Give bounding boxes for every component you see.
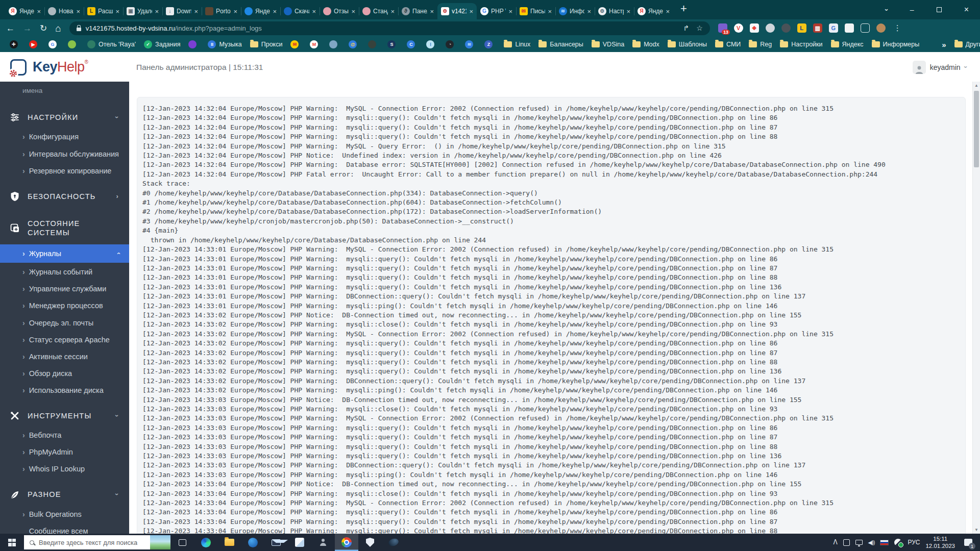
tools-icon[interactable]: › ИНСТРУМЕНТЫ ›	[0, 405, 129, 427]
restore-button[interactable]	[937, 7, 942, 12]
device-frame-icon[interactable]	[861, 23, 870, 33]
taskbar-clock[interactable]: 15:11 12.01.2023	[925, 535, 955, 550]
chart-extension-icon[interactable]: ▥	[813, 23, 822, 33]
folder-icon[interactable]: Reg	[745, 39, 775, 49]
disk-favicon[interactable]: Скача ×	[280, 3, 320, 19]
gmail-icon[interactable]: M	[306, 39, 325, 50]
adguard-shield-icon[interactable]: V	[734, 23, 743, 33]
sliders-icon[interactable]: › НАСТРОЙКИ ›	[0, 107, 129, 129]
close-button[interactable]: ×	[964, 5, 969, 14]
mail-favicon[interactable]: ✉ Письм ×	[516, 3, 555, 19]
tab-close-icon[interactable]: ×	[508, 8, 512, 15]
sidebar-item[interactable]: › Сообщение всем пользователям ›	[0, 522, 129, 534]
l-extension-icon[interactable]: L	[797, 23, 806, 33]
search-widget-image[interactable]	[150, 535, 170, 549]
mail-button[interactable]	[264, 534, 288, 551]
folder-icon[interactable]: VDSina	[588, 39, 628, 49]
tab-close-icon[interactable]: ×	[666, 8, 670, 15]
share-icon[interactable]: ↱	[683, 24, 689, 32]
ru-flag-icon[interactable]	[880, 540, 889, 545]
sidebar-item[interactable]: › Whois IP Lookup ›	[0, 461, 129, 478]
extension-icon[interactable]	[876, 23, 886, 33]
sidebar-item[interactable]: › PhpMyAdmin ›	[0, 444, 129, 461]
sidebar-item[interactable]: › Управление службами ›	[0, 281, 129, 297]
hotel-site-icon[interactable]: Отель 'Raya'	[84, 39, 139, 50]
keyhelp-logo[interactable]: KeyHelp®	[0, 58, 129, 77]
keyhelp-favicon[interactable]: ⚙ v1421 ×	[437, 3, 477, 19]
s-circle-icon[interactable]: S	[384, 39, 402, 50]
folder-icon[interactable]: СМИ	[712, 39, 744, 49]
planet-icon[interactable]	[185, 39, 203, 50]
feather-icon[interactable]: › РАЗНОЕ ›	[0, 484, 129, 506]
database-favicon[interactable]: ≋ Инфо ×	[555, 3, 595, 19]
chameleon-icon[interactable]	[64, 39, 83, 50]
folder-icon[interactable]: Настройки	[776, 39, 826, 49]
address-bar[interactable]: v1421675.hosted-by-vdsina.ru/index.php?p…	[69, 21, 710, 35]
folder-icon[interactable]: Modx	[629, 39, 663, 49]
sidebar-item[interactable]: › Активные сессии ›	[0, 348, 129, 365]
power-icon[interactable]: ⏽	[423, 39, 441, 50]
standard-favicon[interactable]: Станд ×	[359, 3, 398, 19]
dark-leaf-icon[interactable]	[364, 39, 383, 50]
file-explorer-button[interactable]	[217, 534, 241, 551]
tab-close-icon[interactable]: ×	[273, 8, 277, 15]
scroll-down-icon[interactable]: ▼	[973, 526, 980, 534]
sidebar-item[interactable]: › Менеджер процессов ›	[0, 297, 129, 314]
language-indicator[interactable]: РУС	[908, 539, 920, 546]
edge-button[interactable]	[194, 534, 217, 551]
porto-favicon[interactable]: Porto ×	[202, 3, 241, 19]
c-square-icon[interactable]: C	[403, 39, 422, 50]
sphere-extension-icon[interactable]	[781, 23, 791, 33]
camera-extension-icon[interactable]	[766, 23, 775, 33]
tasks-icon[interactable]: ✓ Задания	[140, 39, 184, 50]
yandex-favicon[interactable]: Я Яндек ×	[634, 3, 673, 19]
panel-favicon[interactable]: ϑ Панел ×	[398, 3, 437, 19]
tab-close-icon[interactable]: ×	[587, 8, 591, 15]
shield-icon[interactable]: › БЕЗОПАСНОСТЬ ›	[0, 185, 129, 207]
sidebar-item[interactable]: › Очередь эл. почты ›	[0, 314, 129, 331]
forward-icon[interactable]: →	[23, 24, 32, 33]
notification-center-button[interactable]: 1	[961, 534, 976, 551]
bookmark-star-icon[interactable]: ☆	[696, 24, 703, 32]
home-icon[interactable]: ⌂	[55, 23, 61, 33]
folder-icon[interactable]: Linux	[500, 39, 534, 49]
extension-favicon[interactable]: L Расши ×	[84, 3, 123, 19]
task-view-button[interactable]	[170, 534, 194, 551]
tab-close-icon[interactable]: ×	[626, 8, 630, 15]
globe-icon[interactable]	[326, 39, 344, 50]
system-icon[interactable]: › СОСТОЯНИЕ СИСТЕМЫ ›	[0, 213, 129, 243]
scroll-up-icon[interactable]: ▲	[973, 82, 980, 89]
tray-chevron-up-icon[interactable]: ᐱ	[833, 539, 837, 546]
sidebar-item[interactable]: › Использование диска ›	[0, 382, 129, 399]
tab-close-icon[interactable]: ×	[351, 8, 355, 15]
reload-icon[interactable]: ↻	[40, 24, 47, 33]
tab-close-icon[interactable]: ×	[155, 8, 159, 15]
yandex-favicon[interactable]: Я Яндек ×	[5, 3, 44, 19]
tab-close-icon[interactable]: ×	[312, 8, 316, 15]
page-scrollbar[interactable]: ▲ ▼	[972, 82, 980, 534]
photos-button[interactable]	[288, 534, 311, 551]
tab-close-icon[interactable]: ×	[390, 8, 395, 15]
reviews-favicon[interactable]: Отзыв ×	[320, 3, 359, 19]
tab-close-icon[interactable]: ×	[37, 8, 41, 15]
browser-button[interactable]	[241, 534, 264, 551]
scrollbar-thumb[interactable]	[974, 91, 979, 167]
user-menu[interactable]: keyadmin ›	[913, 61, 967, 74]
youtube-icon[interactable]: ▶	[26, 39, 44, 50]
back-icon[interactable]: ←	[6, 24, 15, 33]
folder-icon[interactable]: Балансеры	[535, 39, 586, 49]
sidebar-item[interactable]: › Журналы событий ›	[0, 264, 129, 281]
folder-icon[interactable]: Шаблоны	[664, 39, 710, 49]
chevron-double-icon[interactable]: »	[927, 39, 949, 51]
browser-menu-icon[interactable]: ⋮	[894, 23, 901, 33]
z-icon[interactable]: Z	[481, 39, 499, 50]
purple-extension-icon[interactable]: 13	[718, 23, 727, 33]
download-favicon[interactable]: ↓ Downl ×	[162, 3, 202, 19]
photos-extension-icon[interactable]: ❖	[750, 23, 759, 33]
gauge-icon[interactable]: ◔	[442, 39, 460, 50]
sidebar-item[interactable]: › Журналы ›	[0, 244, 129, 263]
sidebar-item[interactable]: › Статус сервера Apache ›	[0, 331, 129, 348]
music-icon[interactable]: II Музыка	[204, 39, 245, 50]
tab-close-icon[interactable]: ×	[115, 8, 119, 15]
compass-icon[interactable]: ✛	[6, 39, 24, 50]
